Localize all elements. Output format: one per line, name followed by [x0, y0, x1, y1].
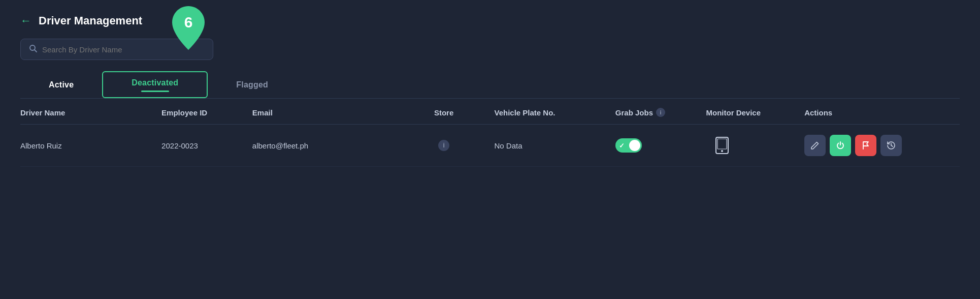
back-button[interactable]: ←	[20, 14, 31, 27]
power-icon	[836, 141, 845, 150]
svg-line-2	[35, 50, 37, 52]
cell-grab-jobs: ✓	[610, 125, 701, 167]
cell-monitor-device	[701, 125, 800, 167]
history-button[interactable]	[880, 135, 902, 156]
page-container: ← Driver Management 6 Active Deactivated…	[0, 0, 980, 167]
page-title: Driver Management	[39, 14, 142, 27]
svg-text:6: 6	[184, 14, 193, 31]
edit-button[interactable]	[804, 135, 826, 156]
svg-point-4	[721, 150, 723, 152]
table-header-row: Driver Name Employee ID Email Store Vehi…	[20, 99, 960, 125]
power-button[interactable]	[830, 135, 851, 156]
tab-active[interactable]: Active	[20, 74, 102, 96]
table-wrap: Driver Name Employee ID Email Store Vehi…	[20, 99, 960, 167]
map-pin-badge: 6	[170, 5, 207, 51]
flag-button[interactable]	[855, 135, 876, 156]
grab-jobs-toggle[interactable]: ✓	[615, 138, 642, 153]
flag-icon	[861, 141, 870, 150]
tablet-icon	[715, 137, 729, 154]
svg-rect-5	[717, 139, 727, 149]
cell-driver-name: Alberto Ruiz	[20, 125, 156, 167]
tabs-row: Active Deactivated Flagged	[20, 71, 960, 99]
cell-vehicle-plate: No Data	[489, 125, 610, 167]
cell-store: i	[399, 125, 489, 167]
search-icon	[29, 44, 37, 54]
history-icon	[887, 141, 896, 150]
search-row	[20, 39, 960, 60]
drivers-table: Driver Name Employee ID Email Store Vehi…	[20, 99, 960, 167]
col-header-grab-jobs: Grab Jobs i	[610, 99, 701, 125]
grab-jobs-label: Grab Jobs	[615, 108, 653, 117]
col-header-email: Email	[247, 99, 399, 125]
tab-flagged[interactable]: Flagged	[208, 74, 297, 96]
header-row: ← Driver Management 6	[20, 14, 960, 27]
col-header-monitor-device: Monitor Device	[701, 99, 800, 125]
col-header-actions: Actions	[799, 99, 960, 125]
cell-employee-id: 2022-0023	[156, 125, 247, 167]
monitor-device-icon-wrap	[706, 137, 795, 154]
cell-actions	[799, 125, 960, 167]
edit-icon	[810, 141, 820, 150]
tab-deactivated[interactable]: Deactivated	[102, 71, 208, 98]
col-header-driver-name: Driver Name	[20, 99, 156, 125]
col-header-store: Store	[399, 99, 489, 125]
action-buttons-group	[804, 135, 955, 156]
table-row: Alberto Ruiz 2022-0023 alberto@fleet.ph …	[20, 125, 960, 167]
grab-jobs-info-icon[interactable]: i	[656, 108, 665, 117]
cell-email: alberto@fleet.ph	[247, 125, 399, 167]
col-header-employee-id: Employee ID	[156, 99, 247, 125]
store-info-icon[interactable]: i	[438, 140, 449, 151]
col-header-vehicle-plate: Vehicle Plate No.	[489, 99, 610, 125]
